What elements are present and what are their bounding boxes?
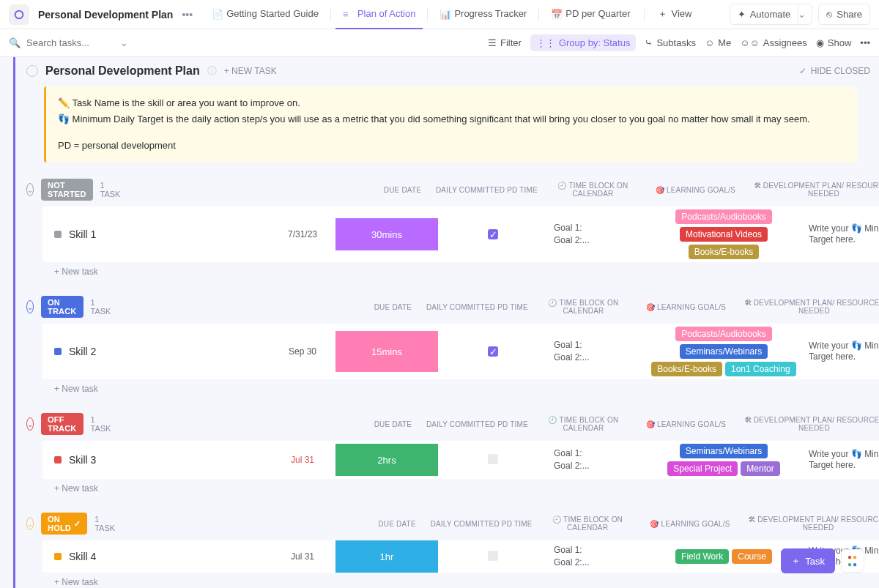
more-options[interactable]: ••• [860, 37, 870, 48]
checkbox-icon[interactable] [488, 454, 498, 464]
learning-goals-cell[interactable]: Goal 1:Goal 2:... [548, 541, 643, 572]
tab-pd-per-quarter[interactable]: 📅PD per Quarter [544, 0, 637, 29]
info-icon[interactable]: ⓘ [207, 64, 217, 78]
resource-tag[interactable]: 1on1 Coaching [725, 362, 796, 376]
collapse-group-icon[interactable]: ⌄ [26, 417, 34, 431]
time-block-cell[interactable] [438, 454, 548, 466]
add-task-row[interactable]: + New task [18, 379, 879, 404]
col-block[interactable]: 🕘 TIME BLOCK ON CALENDAR [528, 299, 638, 315]
automate-dropdown[interactable]: ⌄ [792, 4, 812, 25]
resource-tag[interactable]: Motivational Videos [680, 227, 768, 242]
task-name[interactable]: Skill 1 [69, 228, 96, 240]
col-time[interactable]: DAILY COMMITTED PD TIME [430, 520, 533, 528]
resource-tag[interactable]: Podcasts/Audiobooks [675, 327, 771, 341]
task-row[interactable]: Skill 3 Jul 31 2hrs Goal 1:Goal 2:... Se… [42, 441, 879, 479]
committed-time-cell[interactable]: 15mins [335, 331, 438, 372]
col-goals[interactable]: 🎯 LEARNING GOAL/S [638, 303, 733, 311]
new-task-link[interactable]: + NEW TASK [224, 66, 277, 76]
resource-tag[interactable]: Special Project [667, 461, 738, 476]
more-icon[interactable]: ••• [179, 9, 196, 21]
resource-tag[interactable]: Field Work [675, 549, 729, 564]
col-goals[interactable]: 🎯 LEARNING GOAL/S [638, 420, 733, 428]
tab-progress-tracker[interactable]: 📊Progress Tracker [432, 0, 534, 29]
apps-fab[interactable]: ●●●● [841, 549, 864, 573]
status-square-icon[interactable] [54, 456, 62, 464]
hide-closed-button[interactable]: ✓HIDE CLOSED [799, 66, 870, 76]
checkbox-icon[interactable]: ✓ [488, 346, 498, 357]
due-date-cell[interactable]: Sep 30 [270, 346, 335, 357]
task-row[interactable]: Skill 2 Sep 30 15mins ✓ Goal 1:Goal 2:..… [42, 324, 879, 379]
col-time[interactable]: DAILY COMMITTED PD TIME [426, 303, 528, 311]
resources-cell[interactable]: Podcasts/AudiobooksMotivational VideosBo… [643, 206, 804, 262]
due-date-cell[interactable]: Jul 31 [270, 551, 335, 562]
collapse-group-icon[interactable]: ⌄ [26, 183, 34, 196]
collapse-list-icon[interactable] [26, 65, 38, 77]
resource-tag[interactable]: Books/E-books [689, 245, 760, 259]
learning-goals-cell[interactable]: Goal 1:Goal 2:... [548, 336, 643, 367]
col-plan[interactable]: 🛠 DEVELOPMENT PLAN/ RESOURCES NEEDED [738, 516, 879, 532]
time-block-cell[interactable]: ✓ [438, 229, 548, 240]
automate-button[interactable]: ✦Automate [730, 4, 799, 25]
chevron-down-icon[interactable]: ⌄ [120, 37, 128, 48]
col-block[interactable]: 🕘 TIME BLOCK ON CALENDAR [533, 516, 642, 532]
tab-plan-of-action[interactable]: ≡Plan of Action [335, 0, 423, 29]
checkbox-icon[interactable]: ✓ [488, 229, 498, 239]
resource-tag[interactable]: Mentor [741, 461, 779, 476]
add-task-row[interactable]: + New task [18, 573, 879, 588]
committed-time-cell[interactable]: 2hrs [335, 444, 438, 476]
due-date-cell[interactable]: 7/31/23 [270, 229, 335, 239]
subtasks-button[interactable]: ⤷Subtasks [645, 37, 695, 48]
resource-tag[interactable]: Books/E-books [651, 362, 722, 376]
search-input[interactable] [26, 37, 114, 48]
me-button[interactable]: ☺Me [705, 37, 731, 48]
status-pill[interactable]: OFF TRACK [41, 413, 84, 435]
time-block-cell[interactable] [438, 551, 548, 563]
tab-getting-started-guide[interactable]: 📄Getting Started Guide [204, 0, 326, 29]
resources-cell[interactable]: Field WorkCourse [643, 546, 804, 567]
time-block-cell[interactable]: ✓ [438, 346, 548, 357]
minimum-daily-cell[interactable]: Write your 👣 Minimum Target here. [804, 340, 879, 363]
resource-tag[interactable]: Course [732, 549, 772, 564]
task-row[interactable]: Skill 4 Jul 31 1hr Goal 1:Goal 2:... Fie… [42, 540, 879, 573]
status-square-icon[interactable] [54, 231, 62, 238]
col-block[interactable]: 🕘 TIME BLOCK ON CALENDAR [538, 182, 648, 198]
col-block[interactable]: 🕘 TIME BLOCK ON CALENDAR [528, 416, 638, 432]
task-name[interactable]: Skill 2 [69, 346, 96, 357]
task-name[interactable]: Skill 4 [69, 551, 96, 562]
assignees-button[interactable]: ☺☺Assignees [740, 37, 807, 48]
col-goals[interactable]: 🎯 LEARNING GOAL/S [648, 186, 743, 194]
col-goals[interactable]: 🎯 LEARNING GOAL/S [642, 520, 738, 528]
committed-time-cell[interactable]: 30mins [335, 218, 438, 250]
status-pill[interactable]: ON TRACK [41, 296, 84, 318]
task-row[interactable]: Skill 1 7/31/23 30mins ✓ Goal 1:Goal 2:.… [42, 206, 879, 262]
col-time[interactable]: DAILY COMMITTED PD TIME [426, 420, 528, 428]
collapse-group-icon[interactable]: ⌄ [26, 300, 34, 313]
col-due[interactable]: DUE DATE [360, 303, 426, 311]
add-task-row[interactable]: + New task [18, 479, 879, 504]
collapse-group-icon[interactable]: ⌄ [26, 517, 34, 530]
col-due[interactable]: DUE DATE [360, 420, 426, 428]
checkbox-icon[interactable] [488, 551, 498, 561]
task-name[interactable]: Skill 3 [69, 454, 96, 466]
share-button[interactable]: ⎋Share [818, 4, 870, 25]
minimum-daily-cell[interactable]: Write your 👣 Minimum Target here. [804, 449, 879, 472]
status-pill[interactable]: ON HOLD ✓ [41, 513, 87, 535]
add-task-row[interactable]: + New task [18, 262, 879, 287]
add-view-button[interactable]: ＋View [650, 0, 700, 29]
col-due[interactable]: DUE DATE [369, 186, 435, 194]
due-date-cell[interactable]: Jul 31 [270, 455, 335, 465]
status-square-icon[interactable] [54, 348, 62, 355]
resource-tag[interactable]: Seminars/Webinars [680, 344, 768, 359]
col-plan[interactable]: 🛠 DEVELOPMENT PLAN/ RESOURCES NEEDED [733, 416, 879, 432]
filter-button[interactable]: ☰Filter [488, 37, 522, 48]
committed-time-cell[interactable]: 1hr [335, 540, 438, 573]
group-by-button[interactable]: ⋮⋮Group by: Status [530, 34, 637, 51]
resources-cell[interactable]: Podcasts/AudiobooksSeminars/WebinarsBook… [643, 324, 804, 379]
app-logo[interactable] [9, 4, 29, 25]
col-time[interactable]: DAILY COMMITTED PD TIME [435, 186, 538, 194]
new-task-fab[interactable]: ＋Task [781, 548, 835, 573]
minimum-daily-cell[interactable]: Write your 👣 Minimum Target here. [804, 223, 879, 246]
learning-goals-cell[interactable]: Goal 1:Goal 2:... [548, 444, 643, 475]
status-square-icon[interactable] [54, 553, 62, 560]
learning-goals-cell[interactable]: Goal 1:Goal 2:... [548, 219, 643, 250]
